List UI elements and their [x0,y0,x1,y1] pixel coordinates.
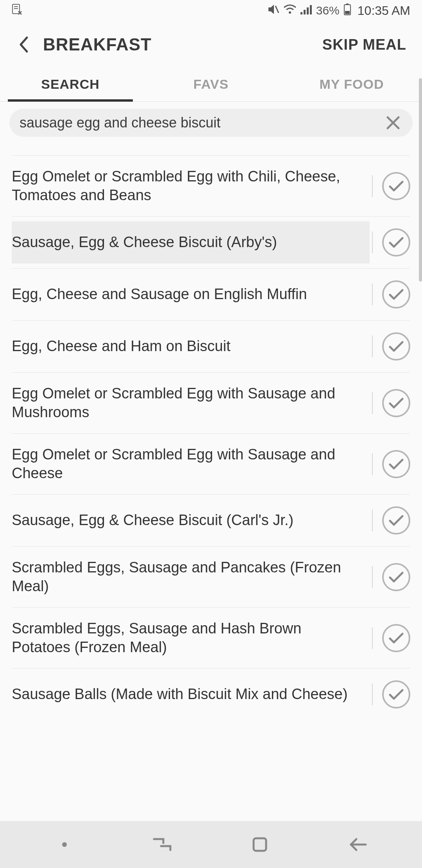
add-food-button[interactable] [382,389,410,417]
add-food-button[interactable] [382,563,410,591]
add-food-button[interactable] [382,172,410,200]
nav-recents-button[interactable] [147,829,178,860]
tabs: SEARCH FAVS MY FOOD [0,68,422,102]
item-divider [372,335,373,357]
food-label: Egg Omelet or Scrambled Egg with Sausage… [12,445,370,482]
item-divider [372,392,373,414]
food-label: Scrambled Eggs, Sausage and Pancakes (Fr… [12,558,370,595]
food-label: Scrambled Eggs, Sausage and Hash Brown P… [12,619,370,656]
check-icon [388,514,404,527]
list-item[interactable]: Egg, Cheese and Sausage on English Muffi… [12,269,410,321]
item-divider [372,683,373,705]
check-icon [388,457,404,471]
tab-label: MY FOOD [319,77,384,91]
check-icon [388,570,404,584]
tab-label: SEARCH [41,77,100,91]
skip-meal-button[interactable]: SKIP MEAL [322,36,406,53]
item-divider [372,283,373,305]
home-icon [251,836,268,853]
svg-point-16 [62,842,67,847]
dot-icon [62,842,67,847]
search-container [0,102,422,144]
check-icon [388,688,404,701]
search-input[interactable] [20,115,384,131]
mute-icon [267,4,279,18]
food-label: Sausage Balls (Made with Biscuit Mix and… [12,685,370,704]
list-item[interactable]: Egg Omelet or Scrambled Egg with Sausage… [12,434,410,495]
chevron-left-icon [18,35,29,54]
clear-search-button[interactable] [384,113,402,132]
check-icon [388,179,404,193]
nav-home-button[interactable] [244,829,275,860]
add-food-button[interactable] [382,450,410,478]
check-icon [388,631,404,645]
item-divider [372,509,373,531]
status-bar: 36% 10:35 AM [0,0,422,21]
search-box [9,109,413,137]
page-title: BREAKFAST [43,35,322,54]
list-item[interactable]: Egg Omelet or Scrambled Egg with Sausage… [12,373,410,434]
tab-label: FAVS [193,77,229,91]
list-item[interactable]: Scrambled Eggs, Sausage and Hash Brown P… [12,608,410,669]
check-icon [388,236,404,249]
results-list: Egg Omelet or Scrambled Egg with Chili, … [0,144,422,720]
list-item[interactable]: Scrambled Eggs, Sausage and Pancakes (Fr… [12,547,410,608]
battery-percent: 36% [316,4,340,17]
svg-rect-8 [304,10,306,14]
item-divider [372,453,373,475]
item-divider [372,566,373,588]
food-label: Egg Omelet or Scrambled Egg with Sausage… [12,384,370,421]
tab-favs[interactable]: FAVS [141,68,281,101]
food-label: Egg, Cheese and Sausage on English Muffi… [12,285,370,304]
food-label: Egg Omelet or Scrambled Egg with Chili, … [12,167,370,204]
recents-icon [152,838,172,852]
check-icon [388,396,404,410]
nav-back-button[interactable] [342,829,373,860]
item-divider [372,231,373,253]
svg-rect-12 [346,4,349,5]
food-label: Sausage, Egg & Cheese Biscuit (Arby's) [12,233,370,252]
tab-my-food[interactable]: MY FOOD [281,68,422,101]
svg-line-5 [275,6,279,13]
check-icon [388,340,404,353]
food-label: Egg, Cheese and Ham on Biscuit [12,337,370,356]
add-food-button[interactable] [382,332,410,360]
svg-rect-9 [307,7,309,14]
svg-point-6 [289,11,291,14]
add-food-button[interactable] [382,228,410,256]
close-icon [385,115,401,131]
signal-icon [300,4,312,17]
food-label: Sausage, Egg & Cheese Biscuit (Carl's Jr… [12,511,370,530]
item-divider [372,627,373,649]
add-food-button[interactable] [382,680,410,708]
check-icon [388,288,404,301]
add-food-button[interactable] [382,624,410,652]
back-button[interactable] [12,33,35,56]
list-item[interactable]: Egg, Cheese and Ham on Biscuit [12,321,410,373]
scroll-indicator [419,78,422,282]
wifi-icon [283,4,297,17]
list-item[interactable]: Sausage, Egg & Cheese Biscuit (Arby's) [12,217,410,269]
svg-rect-10 [310,5,312,14]
list-item[interactable]: Egg Omelet or Scrambled Egg with Chili, … [12,156,410,217]
list-top-divider [12,144,410,156]
add-food-button[interactable] [382,506,410,534]
battery-icon [343,3,351,18]
system-nav-bar [0,821,422,868]
clock-text: 10:35 AM [358,4,410,18]
svg-rect-7 [300,12,302,14]
item-divider [372,175,373,197]
back-arrow-icon [348,837,367,852]
nav-dot-button[interactable] [49,829,80,860]
tab-search[interactable]: SEARCH [0,68,141,101]
add-food-button[interactable] [382,280,410,308]
svg-rect-17 [254,838,266,851]
svg-rect-13 [345,11,350,14]
app-header: BREAKFAST SKIP MEAL [0,21,422,68]
list-item[interactable]: Sausage, Egg & Cheese Biscuit (Carl's Jr… [12,495,410,547]
list-item[interactable]: Sausage Balls (Made with Biscuit Mix and… [12,669,410,720]
doc-indicator-icon [12,4,22,18]
